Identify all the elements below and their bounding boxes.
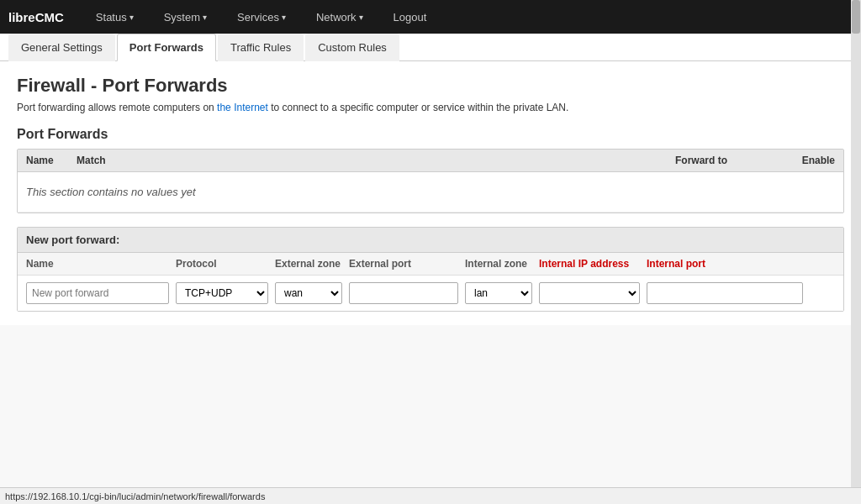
status-arrow-icon: ▾ xyxy=(129,13,134,22)
new-section-header: New port forward: xyxy=(18,228,843,253)
nav-system[interactable]: System ▾ xyxy=(157,7,214,28)
section-title: Port Forwards xyxy=(17,127,844,142)
ext-zone-select[interactable]: wan lan xyxy=(275,282,342,304)
col-hdr-ext-zone: External zone xyxy=(275,258,342,270)
nav-logout[interactable]: Logout xyxy=(387,7,434,28)
int-port-input-wrapper xyxy=(647,282,803,304)
col-hdr-ext-port: External port xyxy=(349,258,458,270)
tab-custom-rules[interactable]: Custom Rules xyxy=(305,34,399,61)
scrollbar[interactable] xyxy=(851,0,861,325)
nav-network[interactable]: Network ▾ xyxy=(309,7,370,28)
col-hdr-protocol: Protocol xyxy=(176,258,268,270)
name-input[interactable] xyxy=(26,282,169,304)
nav-services[interactable]: Services ▾ xyxy=(230,7,293,28)
services-arrow-icon: ▾ xyxy=(282,13,286,22)
table-empty-message: This section contains no values yet xyxy=(18,172,843,213)
new-section-input-row: TCP+UDP TCP UDP wan lan lan wan xyxy=(18,276,843,311)
col-hdr-int-port: Internal port xyxy=(647,258,835,270)
network-arrow-icon: ▾ xyxy=(359,13,363,22)
col-hdr-name: Name xyxy=(26,258,169,270)
port-forwards-table: Name Match Forward to Enable This sectio… xyxy=(17,149,844,213)
col-header-match: Match xyxy=(77,155,675,166)
col-hdr-int-ip: Internal IP address xyxy=(539,258,640,270)
name-input-wrapper xyxy=(26,282,169,304)
scrollbar-thumb[interactable] xyxy=(852,0,860,34)
table-header: Name Match Forward to Enable xyxy=(18,150,843,172)
tab-port-forwards[interactable]: Port Forwards xyxy=(117,34,216,61)
int-zone-select-wrapper: lan wan xyxy=(465,282,532,304)
int-ip-select[interactable] xyxy=(539,282,640,304)
tab-traffic-rules[interactable]: Traffic Rules xyxy=(218,34,304,61)
col-header-enable: Enable xyxy=(776,155,835,166)
nav-status[interactable]: Status ▾ xyxy=(89,7,140,28)
protocol-select[interactable]: TCP+UDP TCP UDP xyxy=(176,282,268,304)
new-section-column-headers: Name Protocol External zone External por… xyxy=(18,253,843,276)
system-arrow-icon: ▾ xyxy=(203,13,207,22)
ext-zone-select-wrapper: wan lan xyxy=(275,282,342,304)
page-description: Port forwarding allows remote computers … xyxy=(17,102,844,113)
navbar: libreCMC Status ▾ System ▾ Services ▾ Ne… xyxy=(0,0,861,34)
col-header-name: Name xyxy=(26,155,77,166)
page-title: Firewall - Port Forwards xyxy=(17,75,844,97)
internet-link[interactable]: the Internet xyxy=(217,102,268,113)
protocol-select-wrapper: TCP+UDP TCP UDP xyxy=(176,282,268,304)
tab-general-settings[interactable]: General Settings xyxy=(8,34,115,61)
ext-port-input[interactable] xyxy=(349,282,458,304)
int-ip-input-wrapper xyxy=(539,282,640,304)
col-header-forward: Forward to xyxy=(675,155,776,166)
int-zone-select[interactable]: lan wan xyxy=(465,282,532,304)
ext-port-input-wrapper xyxy=(349,282,458,304)
tab-bar: General Settings Port Forwards Traffic R… xyxy=(0,34,861,61)
brand: libreCMC xyxy=(8,10,64,24)
new-port-forward-section: New port forward: Name Protocol External… xyxy=(17,227,844,312)
int-port-input[interactable] xyxy=(647,282,803,304)
col-hdr-int-zone: Internal zone xyxy=(465,258,532,270)
main-content: Firewall - Port Forwards Port forwarding… xyxy=(0,61,861,325)
